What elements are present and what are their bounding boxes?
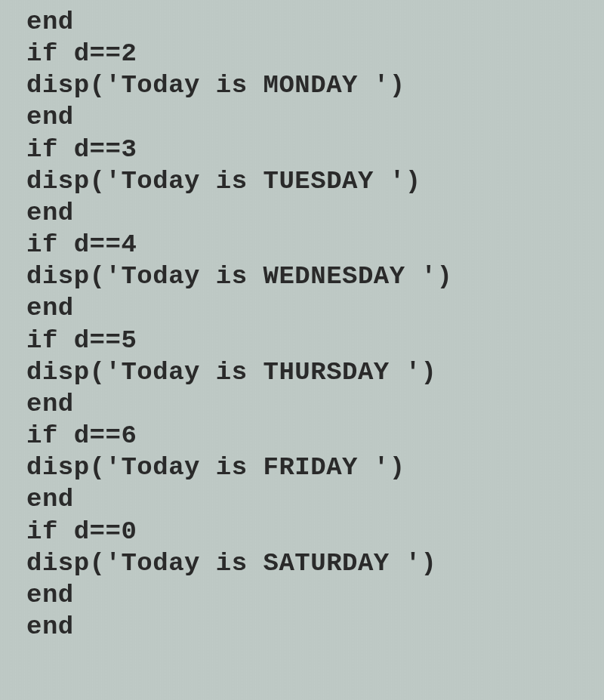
- code-line: end: [26, 483, 604, 515]
- code-line: disp('Today is SATURDAY '): [26, 547, 604, 579]
- code-line: if d==5: [26, 325, 604, 356]
- code-line: if d==0: [26, 516, 604, 547]
- code-line: disp('Today is MONDAY '): [26, 69, 604, 101]
- code-line: end: [26, 197, 604, 229]
- code-editor[interactable]: end if d==2 disp('Today is MONDAY ') end…: [26, 6, 604, 643]
- code-line: disp('Today is FRIDAY '): [26, 452, 604, 483]
- code-line: if d==2: [26, 38, 604, 69]
- code-line: if d==3: [26, 134, 604, 165]
- code-line: end: [26, 611, 604, 643]
- code-line: end: [26, 388, 604, 420]
- code-line: end: [26, 292, 604, 324]
- code-line: disp('Today is WEDNESDAY '): [26, 261, 604, 292]
- code-line: disp('Today is THURSDAY '): [26, 356, 604, 388]
- code-line: end: [26, 101, 604, 133]
- code-line: if d==6: [26, 420, 604, 452]
- code-line: end: [26, 6, 604, 38]
- code-line: disp('Today is TUESDAY '): [26, 165, 604, 197]
- code-line: if d==4: [26, 229, 604, 261]
- code-line: end: [26, 579, 604, 611]
